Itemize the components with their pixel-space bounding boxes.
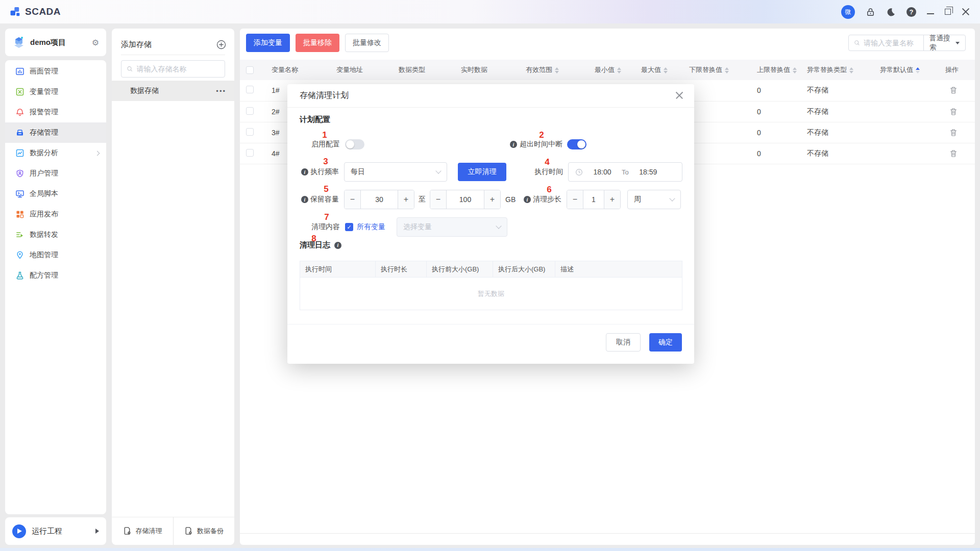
col-min-value[interactable]: 最小值 [589, 60, 635, 80]
sort-icon[interactable] [725, 67, 729, 73]
clean-step-input[interactable] [583, 190, 604, 209]
confirm-button[interactable]: 确定 [649, 333, 682, 352]
all-variables-checkbox[interactable] [345, 223, 353, 231]
run-project-bar[interactable]: 运行工程 [5, 517, 106, 545]
plus-button[interactable] [604, 190, 620, 209]
more-actions-icon[interactable] [216, 87, 226, 95]
storage-search[interactable] [121, 60, 225, 78]
plan-config-section-title: 计划配置 [300, 115, 330, 124]
run-expand-arrow-icon[interactable] [95, 529, 99, 534]
minus-button[interactable] [345, 190, 361, 209]
row-checkbox[interactable] [246, 128, 254, 136]
exec-time-separator: To [622, 168, 629, 176]
col-valid-range[interactable]: 有效范围 [520, 60, 589, 80]
sort-icon[interactable] [555, 67, 559, 73]
sidebar-item-data-forward[interactable]: 数据转发 [5, 224, 106, 245]
retain-unit-label: GB [505, 195, 516, 204]
project-settings-gear-icon[interactable] [92, 38, 99, 47]
col-actions: 操作 [939, 60, 975, 80]
variable-search-input[interactable] [864, 39, 920, 47]
sort-icon[interactable] [617, 67, 621, 73]
delete-row-trash-icon[interactable] [949, 149, 958, 158]
exec-time-to[interactable]: 18:59 [632, 168, 665, 176]
dark-mode-moon-icon[interactable] [886, 7, 896, 17]
storage-clean-button[interactable]: 存储清理 [112, 517, 173, 545]
delete-row-trash-icon[interactable] [949, 108, 958, 116]
frequency-field: 执行频率 每日 立即清理 [301, 162, 506, 182]
clean-step-label: 清理步长 [533, 195, 561, 204]
all-variables-label[interactable]: 所有变量 [357, 222, 385, 232]
lock-icon[interactable] [866, 7, 875, 17]
modal-title: 存储清理计划 [300, 90, 349, 101]
batch-edit-button[interactable]: 批量修改 [345, 34, 389, 52]
timeout-interrupt-field: 超出时间中断 [510, 137, 586, 152]
sort-icon[interactable] [793, 67, 797, 73]
dropdown-arrow-icon [955, 42, 960, 44]
row-checkbox[interactable] [246, 149, 254, 157]
col-max-value[interactable]: 最大值 [635, 60, 683, 80]
plus-button[interactable] [484, 190, 500, 209]
sidebar-item-data-analysis[interactable]: 数据分析 [5, 143, 106, 163]
run-play-icon[interactable] [12, 524, 26, 538]
data-backup-button[interactable]: 数据备份 [174, 517, 234, 545]
cell-abnormal-type: 不存储 [801, 101, 874, 122]
retain-capacity-field: 保留容量 至 GB [301, 190, 516, 209]
col-lower-replace[interactable]: 下限替换值 [683, 60, 751, 80]
window-restore-icon[interactable] [945, 9, 951, 15]
retain-min-stepper [344, 190, 414, 209]
sidebar-item-label: 应用发布 [30, 210, 58, 219]
retain-min-input[interactable] [361, 190, 398, 209]
clean-step-unit-select[interactable]: 周 [627, 190, 681, 209]
enable-config-toggle[interactable] [345, 139, 364, 149]
select-variables-dropdown[interactable]: 选择变量 [397, 217, 507, 237]
timeout-interrupt-label: 超出时间中断 [520, 140, 562, 149]
col-abnormal-default[interactable]: 异常默认值 [874, 60, 939, 80]
timeout-interrupt-toggle[interactable] [567, 139, 586, 149]
sidebar-item-alarm-mgmt[interactable]: 报警管理 [5, 102, 106, 122]
sidebar-item-screen-mgmt[interactable]: 画面管理 [5, 61, 106, 82]
clean-now-button[interactable]: 立即清理 [458, 163, 506, 181]
delete-row-trash-icon[interactable] [949, 86, 958, 94]
sidebar-item-global-script[interactable]: 全局脚本 [5, 184, 106, 204]
row-checkbox[interactable] [246, 107, 254, 115]
sidebar-item-variable-mgmt[interactable]: 变量管理 [5, 82, 106, 102]
search-mode-dropdown[interactable]: 普通搜索 [923, 35, 965, 51]
row-checkbox[interactable] [246, 86, 254, 93]
select-all-checkbox[interactable] [246, 66, 254, 74]
chevron-down-icon [496, 223, 501, 229]
sidebar-item-app-publish[interactable]: 应用发布 [5, 204, 106, 224]
add-storage-plus-icon[interactable] [216, 40, 226, 49]
retain-max-input[interactable] [447, 190, 484, 209]
exec-time-from[interactable]: 18:00 [586, 168, 619, 176]
sort-icon-active[interactable] [916, 67, 920, 73]
log-col-exec-time: 执行时间 [300, 261, 376, 277]
plus-button[interactable] [398, 190, 414, 209]
clean-log-table: 执行时间 执行时长 执行前大小(GB) 执行后大小(GB) 描述 暂无数据 [300, 261, 682, 310]
minus-button[interactable] [567, 190, 583, 209]
add-variable-button[interactable]: 添加变量 [246, 34, 290, 52]
window-close-icon[interactable] [962, 8, 970, 16]
sidebar-item-storage-mgmt[interactable]: 存储管理 [5, 122, 106, 143]
sidebar-item-recipe-mgmt[interactable]: 配方管理 [5, 265, 106, 286]
help-icon[interactable] [906, 7, 916, 17]
sidebar-item-user-mgmt[interactable]: 用户管理 [5, 163, 106, 184]
col-upper-replace[interactable]: 上限替换值 [751, 60, 801, 80]
modal-close-icon[interactable] [675, 91, 684, 100]
col-variable-name: 变量名称 [265, 60, 330, 80]
storage-search-input[interactable] [137, 65, 220, 73]
sidebar-item-map-mgmt[interactable]: 地图管理 [5, 245, 106, 265]
storage-list-item[interactable]: 数据存储 [112, 81, 234, 101]
sort-icon[interactable] [664, 67, 668, 73]
table-header-row: 变量名称 变量地址 数据类型 实时数据 有效范围 最小值 最大值 下限替换值 上… [240, 60, 975, 80]
wechat-badge-icon[interactable]: 微 [841, 5, 855, 19]
delete-row-trash-icon[interactable] [949, 129, 958, 137]
frequency-select[interactable]: 每日 [344, 162, 447, 182]
exec-time-range-input[interactable]: 18:00 To 18:59 [568, 162, 682, 182]
cancel-button[interactable]: 取消 [606, 333, 641, 352]
col-abnormal-type[interactable]: 异常替换类型 [801, 60, 874, 80]
batch-remove-button[interactable]: 批量移除 [296, 34, 339, 52]
window-minimize-icon[interactable] [927, 13, 934, 14]
data-backup-label: 数据备份 [197, 527, 224, 536]
sort-icon[interactable] [849, 67, 853, 73]
minus-button[interactable] [430, 190, 447, 209]
